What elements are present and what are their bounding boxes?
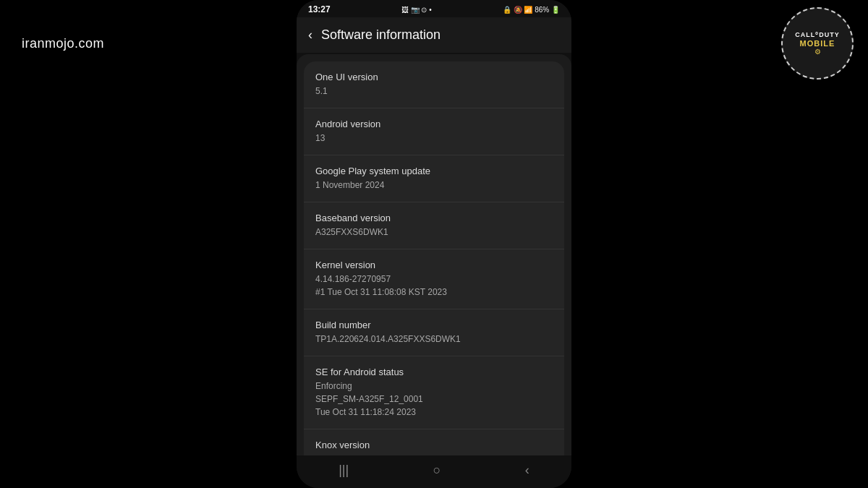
info-item[interactable]: Android version13 xyxy=(304,108,564,155)
watermark-text: iranmojo.com xyxy=(22,36,104,51)
info-item[interactable]: Knox versionKnox 3.9 Knox API level 36 H… xyxy=(304,429,564,455)
info-item-label: Build number xyxy=(315,320,553,330)
cod-subtitle: MOBILE xyxy=(800,39,835,48)
status-icons-right: 🔒 🔕 📶 86% 🔋 xyxy=(503,6,560,14)
phone-frame: 13:27 🖼 📷 ⊙ • 🔒 🔕 📶 86% 🔋 ‹ Software inf… xyxy=(297,0,571,488)
cod-icon: ⚙ xyxy=(814,48,821,56)
info-item[interactable]: Build numberTP1A.220624.014.A325FXXS6DWK… xyxy=(304,309,564,356)
home-button[interactable]: ○ xyxy=(433,463,441,478)
page-title: Software information xyxy=(321,27,441,43)
info-item[interactable]: SE for Android statusEnforcing SEPF_SM-A… xyxy=(304,356,564,429)
info-item-value: 4.14.186-27270957 #1 Tue Oct 31 11:08:08… xyxy=(315,273,553,299)
info-item-label: Google Play system update xyxy=(315,166,553,176)
back-button[interactable]: ‹ xyxy=(308,27,312,43)
info-item-value: A325FXXS6DWK1 xyxy=(315,226,553,239)
info-item[interactable]: One UI version5.1 xyxy=(304,61,564,108)
status-bar: 13:27 🖼 📷 ⊙ • 🔒 🔕 📶 86% 🔋 xyxy=(297,0,571,17)
info-item[interactable]: Baseband versionA325FXXS6DWK1 xyxy=(304,202,564,249)
header: ‹ Software information xyxy=(297,17,571,53)
info-card: One UI version5.1Android version13Google… xyxy=(304,61,564,455)
info-item-value: 5.1 xyxy=(315,85,553,98)
info-item[interactable]: Kernel version4.14.186-27270957 #1 Tue O… xyxy=(304,249,564,309)
cod-badge: CALL⁰DUTY MOBILE ⚙ xyxy=(781,7,854,80)
info-item-label: One UI version xyxy=(315,72,553,82)
info-items-list: One UI version5.1Android version13Google… xyxy=(304,61,564,455)
info-item-label: Kernel version xyxy=(315,260,553,270)
nav-bar: ||| ○ ‹ xyxy=(297,455,571,488)
content-area: One UI version5.1Android version13Google… xyxy=(297,54,571,455)
info-item-label: SE for Android status xyxy=(315,367,553,377)
info-item-value: Enforcing SEPF_SM-A325F_12_0001 Tue Oct … xyxy=(315,380,553,419)
info-item-value: TP1A.220624.014.A325FXXS6DWK1 xyxy=(315,333,553,346)
info-item-label: Android version xyxy=(315,119,553,129)
back-nav-button[interactable]: ‹ xyxy=(525,463,529,478)
info-item[interactable]: Google Play system update1 November 2024 xyxy=(304,155,564,202)
status-icons-left: 🖼 📷 ⊙ • xyxy=(401,6,432,14)
info-item-label: Knox version xyxy=(315,440,553,450)
cod-title: CALL⁰DUTY xyxy=(795,31,840,39)
info-item-value: 1 November 2024 xyxy=(315,179,553,192)
recent-apps-button[interactable]: ||| xyxy=(339,463,349,478)
info-item-label: Baseband version xyxy=(315,213,553,223)
info-item-value: 13 xyxy=(315,132,553,145)
status-time: 13:27 xyxy=(308,4,331,14)
